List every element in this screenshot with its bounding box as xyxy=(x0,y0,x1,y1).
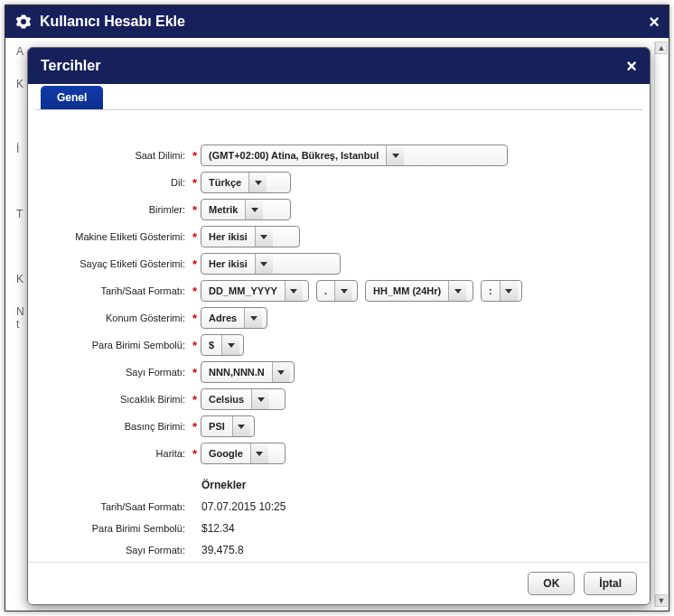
chevron-down-icon xyxy=(500,281,518,301)
dialog-footer: OK İptal xyxy=(28,562,650,604)
scroll-up-icon[interactable]: ▲ xyxy=(655,42,668,54)
map-value: Google xyxy=(201,443,250,463)
label-machine-label: Makine Etiketi Gösterimi: xyxy=(35,231,189,242)
required-icon: * xyxy=(192,285,197,298)
chevron-down-icon xyxy=(272,362,290,382)
meter-label-value: Her ikisi xyxy=(201,254,255,274)
required-icon: * xyxy=(192,312,197,325)
timezone-select[interactable]: (GMT+02:00) Atina, Bükreş, Istanbul xyxy=(201,145,508,166)
preferences-dialog: Tercihler × Genel Saat Dilimi: * (GMT+02… xyxy=(27,47,651,605)
required-icon: * xyxy=(192,176,197,190)
chevron-down-icon xyxy=(255,254,273,274)
scroll-down-icon[interactable]: ▼ xyxy=(655,594,668,607)
row-machine-label: Makine Etiketi Gösterimi: * Her ikisi xyxy=(35,226,642,247)
preferences-panel: Saat Dilimi: * (GMT+02:00) Atina, Bükreş… xyxy=(35,109,642,562)
row-example-number: Sayı Formatı: 39,475.8 xyxy=(35,544,642,556)
required-icon: * xyxy=(192,393,197,406)
required-icon: * xyxy=(192,203,197,217)
chevron-down-icon xyxy=(245,200,263,219)
date-format-value: DD_MM_YYYY xyxy=(201,281,285,301)
row-number: Sayı Formatı: * NNN,NNN.N xyxy=(35,361,642,383)
time-separator-select[interactable]: : xyxy=(481,280,522,302)
row-example-currency: Para Birimi Sembolü: $12.34 xyxy=(35,522,642,535)
row-location: Konum Gösterimi: * Adres xyxy=(35,307,642,329)
ok-button[interactable]: OK xyxy=(528,572,575,595)
label-units: Birimler: xyxy=(35,204,189,215)
chevron-down-icon xyxy=(448,281,466,301)
example-datetime-label: Tarih/Saat Formatı: xyxy=(35,501,189,512)
label-location: Konum Gösterimi: xyxy=(35,313,189,323)
chevron-down-icon xyxy=(244,308,262,328)
pressure-select[interactable]: PSI xyxy=(201,415,255,437)
units-select[interactable]: Metrik xyxy=(201,199,291,220)
label-currency: Para Birimi Sembolü: xyxy=(35,340,189,350)
timezone-value: (GMT+02:00) Atina, Bükreş, Istanbul xyxy=(201,145,386,165)
chevron-down-icon xyxy=(248,173,267,192)
language-value: Türkçe xyxy=(201,173,248,192)
date-format-select[interactable]: DD_MM_YYYY xyxy=(201,280,309,302)
required-icon: * xyxy=(192,257,197,271)
date-separator-select[interactable]: . xyxy=(316,280,358,302)
machine-label-value: Her ikisi xyxy=(201,227,255,247)
required-icon: * xyxy=(192,230,197,244)
required-icon: * xyxy=(192,149,197,163)
row-map: Harita: * Google xyxy=(35,443,642,464)
chevron-down-icon xyxy=(221,335,239,355)
location-value: Adres xyxy=(201,308,244,328)
label-map: Harita: xyxy=(35,448,189,459)
required-icon: * xyxy=(192,339,197,352)
pressure-value: PSI xyxy=(201,416,232,436)
row-datetime: Tarih/Saat Formatı: * DD_MM_YYYY . HH_MM… xyxy=(35,280,642,302)
row-temperature: Sıcaklık Birimi: * Celsius xyxy=(35,388,642,410)
example-currency-label: Para Birimi Sembolü: xyxy=(35,523,189,534)
example-currency-value: $12.34 xyxy=(201,522,235,535)
chevron-down-icon xyxy=(255,227,273,247)
time-format-select[interactable]: HH_MM (24Hr) xyxy=(365,280,473,302)
outer-close-button[interactable]: × xyxy=(649,12,660,33)
preferences-title-text: Tercihler xyxy=(41,58,100,74)
required-icon: * xyxy=(192,447,197,461)
date-separator-value: . xyxy=(317,281,334,301)
label-pressure: Basınç Birimi: xyxy=(35,421,189,432)
machine-label-select[interactable]: Her ikisi xyxy=(201,226,300,247)
tab-bar: Genel xyxy=(28,86,650,109)
map-select[interactable]: Google xyxy=(201,443,286,464)
chevron-down-icon xyxy=(386,145,404,165)
outer-title-text: Kullanıcı Hesabı Ekle xyxy=(40,14,185,30)
chevron-down-icon xyxy=(250,443,268,463)
temperature-value: Celsius xyxy=(201,389,251,409)
row-example-datetime: Tarih/Saat Formatı: 07.07.2015 10:25 xyxy=(35,500,642,513)
tab-general[interactable]: Genel xyxy=(41,86,103,109)
row-pressure: Basınç Birimi: * PSI xyxy=(35,415,642,437)
currency-value: $ xyxy=(201,335,221,355)
preferences-close-button[interactable]: × xyxy=(626,56,637,77)
row-examples-heading: Örnekler xyxy=(35,479,642,491)
label-timezone: Saat Dilimi: xyxy=(35,150,189,161)
chevron-down-icon xyxy=(232,416,250,436)
row-currency: Para Birimi Sembolü: * $ xyxy=(35,334,642,356)
preferences-titlebar: Tercihler × xyxy=(28,48,650,84)
meter-label-select[interactable]: Her ikisi xyxy=(201,253,341,275)
required-icon: * xyxy=(192,366,197,379)
language-select[interactable]: Türkçe xyxy=(201,172,291,193)
scrollbar[interactable]: ▲ ▼ xyxy=(654,42,667,607)
number-format-select[interactable]: NNN,NNN.N xyxy=(201,361,295,383)
example-number-label: Sayı Formatı: xyxy=(35,545,189,555)
outer-titlebar: Kullanıcı Hesabı Ekle × xyxy=(5,5,669,38)
currency-select[interactable]: $ xyxy=(201,334,244,356)
chevron-down-icon xyxy=(251,389,269,409)
example-datetime-value: 07.07.2015 10:25 xyxy=(201,500,286,513)
units-value: Metrik xyxy=(201,200,245,219)
outer-dialog: Kullanıcı Hesabı Ekle × A K İ T K Nt ▲ ▼… xyxy=(5,5,669,611)
temperature-select[interactable]: Celsius xyxy=(201,388,286,410)
label-language: Dil: xyxy=(35,177,189,188)
example-number-value: 39,475.8 xyxy=(201,544,244,556)
row-units: Birimler: * Metrik xyxy=(35,199,642,220)
cancel-button[interactable]: İptal xyxy=(584,572,637,595)
time-separator-value: : xyxy=(482,281,500,301)
label-temperature: Sıcaklık Birimi: xyxy=(35,394,189,405)
chevron-down-icon xyxy=(334,281,352,301)
location-select[interactable]: Adres xyxy=(201,307,267,329)
row-language: Dil: * Türkçe xyxy=(35,172,642,193)
outer-body: A K İ T K Nt ▲ ▼ Tercihler × Genel xyxy=(5,38,669,611)
